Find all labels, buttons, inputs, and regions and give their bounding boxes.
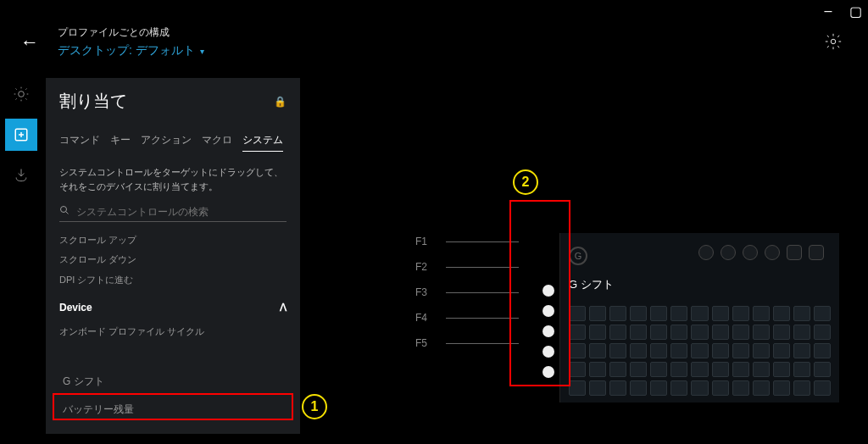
keyboard-frame: G G シフト bbox=[559, 233, 839, 402]
keyboard-preview: F1 F2 F3 F4 F5 G G シフト bbox=[415, 229, 848, 415]
g-logo-icon: G bbox=[569, 247, 587, 265]
download-icon bbox=[13, 167, 30, 184]
f-label: F5 bbox=[415, 337, 446, 349]
f-label: F4 bbox=[415, 312, 446, 324]
list-item[interactable]: DPI シフトに進む bbox=[59, 270, 287, 290]
maximize-button[interactable]: ▢ bbox=[849, 5, 861, 17]
panel-title: 割り当て bbox=[59, 90, 127, 113]
list-item[interactable]: スクロール アップ bbox=[59, 230, 287, 250]
device-section-header[interactable]: Device ᐱ bbox=[59, 302, 287, 314]
minimize-button[interactable]: – bbox=[822, 5, 834, 17]
list-item[interactable]: オンボード プロファイル サイクル bbox=[59, 322, 287, 341]
plus-icon bbox=[14, 127, 29, 142]
f-label: F2 bbox=[415, 261, 446, 273]
lock-icon[interactable]: 🔒 bbox=[274, 96, 287, 108]
chevron-up-icon: ᐱ bbox=[280, 302, 287, 314]
rail-assignments[interactable] bbox=[5, 119, 37, 151]
assignments-panel: 割り当て 🔒 コマンド キー アクション マクロ システム システムコントロール… bbox=[46, 78, 300, 434]
tab-macro[interactable]: マクロ bbox=[202, 133, 232, 152]
f-label: F3 bbox=[415, 286, 446, 298]
chevron-down-icon: ▾ bbox=[200, 47, 204, 56]
media-knob bbox=[765, 245, 780, 260]
settings-button[interactable] bbox=[824, 32, 843, 54]
annotation-badge-1: 1 bbox=[302, 394, 327, 419]
f-label: F1 bbox=[415, 236, 446, 247]
device-section-label: Device bbox=[59, 302, 92, 314]
svg-point-1 bbox=[19, 92, 25, 97]
tab-system[interactable]: システム bbox=[242, 133, 283, 152]
gear-icon bbox=[824, 32, 843, 51]
rail-download[interactable] bbox=[5, 159, 37, 191]
back-button[interactable]: ← bbox=[20, 31, 39, 53]
svg-point-0 bbox=[831, 39, 836, 44]
search-box[interactable] bbox=[59, 205, 287, 222]
breadcrumb: プロファイルごとの構成 bbox=[58, 25, 204, 40]
media-knob bbox=[743, 245, 758, 260]
media-knob bbox=[809, 245, 824, 260]
sun-icon bbox=[13, 86, 30, 103]
media-knob bbox=[698, 245, 714, 260]
list-item[interactable]: スクロール ダウン bbox=[59, 250, 287, 269]
profile-label: デスクトップ: デフォルト bbox=[58, 43, 195, 58]
rail-lighting[interactable] bbox=[5, 78, 37, 110]
search-input[interactable] bbox=[76, 206, 287, 218]
tab-action[interactable]: アクション bbox=[141, 133, 192, 152]
annotation-box-2 bbox=[509, 200, 570, 386]
g-shift-item[interactable]: G シフト bbox=[59, 368, 287, 396]
media-knob bbox=[787, 245, 802, 260]
svg-point-3 bbox=[61, 207, 67, 213]
annotation-badge-2: 2 bbox=[513, 169, 538, 195]
hint-text: システムコントロールをターゲットにドラッグして、それをこのデバイスに割り当てます… bbox=[59, 165, 287, 193]
tabs: コマンド キー アクション マクロ システム bbox=[59, 133, 287, 152]
tab-key[interactable]: キー bbox=[110, 133, 131, 152]
tab-command[interactable]: コマンド bbox=[59, 133, 100, 152]
g-shift-label: G シフト bbox=[569, 277, 614, 292]
profile-selector[interactable]: デスクトップ: デフォルト ▾ bbox=[58, 43, 204, 58]
annotation-box-1 bbox=[53, 393, 293, 420]
media-knob bbox=[721, 245, 736, 260]
search-icon bbox=[59, 205, 70, 218]
